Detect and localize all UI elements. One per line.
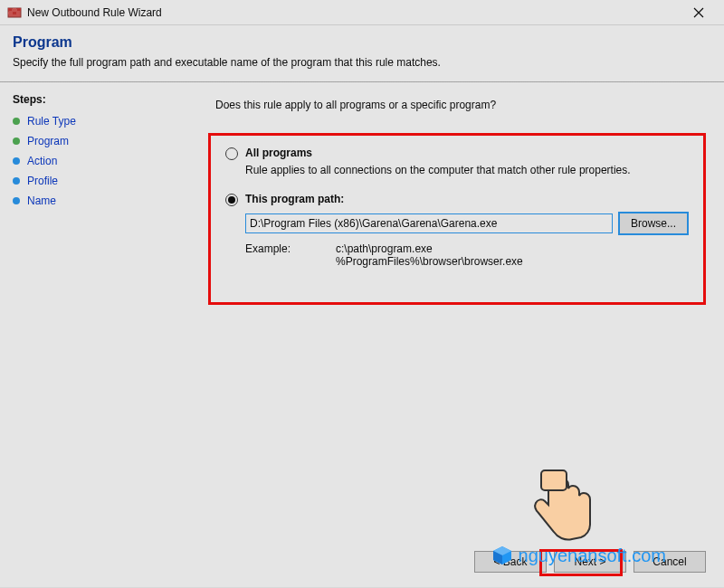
cube-icon	[491, 545, 513, 566]
radio-program-path[interactable]	[225, 194, 238, 206]
svg-rect-2	[13, 8, 16, 11]
radio-all-programs[interactable]	[225, 147, 238, 160]
page-subtitle: Specify the full program path and execut…	[13, 56, 711, 69]
bullet-icon	[13, 177, 20, 185]
program-path-input[interactable]	[245, 213, 613, 233]
step-rule-type[interactable]: Rule Type	[13, 115, 168, 128]
browse-button[interactable]: Browse...	[618, 212, 689, 235]
firewall-icon	[7, 5, 22, 20]
svg-rect-1	[8, 8, 12, 11]
radio-all-programs-group: All programs Rule applies to all connect…	[225, 147, 689, 176]
step-program[interactable]: Program	[13, 135, 168, 147]
bullet-icon	[13, 157, 20, 165]
bullet-icon	[13, 197, 20, 204]
pointer-hand-icon	[525, 469, 597, 550]
example-label: Example:	[245, 242, 336, 268]
question-text: Does this rule apply to all programs or …	[215, 99, 706, 111]
bullet-icon	[13, 118, 20, 125]
step-action[interactable]: Action	[13, 155, 168, 167]
radio-all-programs-label: All programs	[245, 147, 312, 159]
titlebar: New Outbound Rule Wizard	[0, 0, 724, 25]
radio-all-programs-desc: Rule applies to all connections on the c…	[245, 164, 689, 176]
step-name[interactable]: Name	[13, 194, 168, 207]
close-button[interactable]	[681, 0, 717, 25]
steps-sidebar: Steps: Rule Type Program Action Profile …	[0, 82, 181, 587]
svg-rect-5	[13, 12, 16, 14]
svg-rect-3	[17, 8, 21, 11]
svg-rect-4	[8, 12, 12, 14]
svg-rect-6	[541, 470, 567, 490]
window-title: New Outbound Rule Wizard	[27, 6, 681, 19]
wizard-header: Program Specify the full program path an…	[0, 25, 724, 81]
page-title: Program	[13, 34, 711, 51]
example-paths: c:\path\program.exe %ProgramFiles%\brows…	[336, 242, 523, 268]
radio-program-path-label: This program path:	[245, 193, 344, 205]
step-profile[interactable]: Profile	[13, 175, 168, 187]
radio-program-path-group: This program path: Browse... Example: c:…	[225, 193, 689, 268]
highlight-annotation: All programs Rule applies to all connect…	[208, 133, 706, 305]
main-panel: Does this rule apply to all programs or …	[181, 82, 724, 587]
steps-title: Steps:	[13, 93, 168, 106]
bullet-icon	[13, 138, 20, 145]
